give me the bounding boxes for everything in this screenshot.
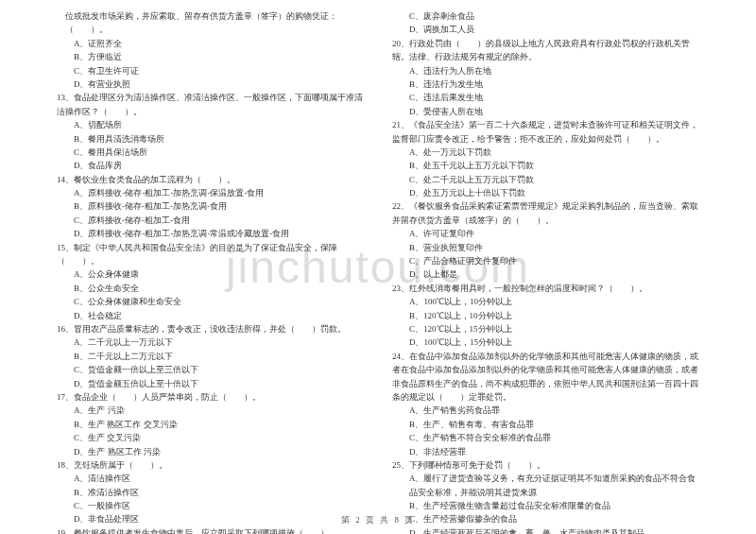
- q17-opt-a: A、生产 污染: [74, 404, 364, 417]
- q19-stem: 19、餐饮服务提供者发生食物中毒后，应立即采取下列哪项措施（ ）。: [57, 526, 364, 534]
- q24-stem: 24、在食品中添加食品添加剂以外的化学物质和其他可能危害人体健康的物质，或者在食…: [392, 350, 699, 405]
- q20-opt-d: D、受侵害人所在地: [409, 105, 699, 118]
- q23-opt-a: A、100℃以上，10分钟以上: [409, 295, 699, 308]
- q13-opt-a: A、切配场所: [74, 118, 364, 131]
- q14-opt-a: A、原料接收-储存-粗加工-加热烹调-保温放置-食用: [74, 186, 364, 199]
- q24-opt-c: C、生产销售不符合安全标准的食品罪: [409, 431, 699, 444]
- q18-opt-d: D、非食品处理区: [74, 512, 364, 525]
- q22-opt-a: A、许可证复印件: [409, 227, 699, 240]
- q21-opt-c: C、处二千元以上五万元以下罚款: [409, 173, 699, 186]
- right-column: C、废弃剩余食品 D、调换加工人员 20、行政处罚由（ ）的县级以上地方人民政府…: [392, 9, 699, 534]
- q25-opt-a: A、履行了进货查验等义务，有充分证据证明其不知道所采购的食品不符合食品安全标准，…: [409, 472, 699, 499]
- q20-stem: 20、行政处罚由（ ）的县级以上地方人民政府具有行政处罚权的行政机关管辖。法律、…: [392, 37, 699, 64]
- q13-opt-c: C、餐用具保洁场所: [74, 146, 364, 159]
- q12-opt-c: C、有卫生许可证: [74, 64, 364, 78]
- q16-opt-a: A、二千元以上一万元以下: [74, 336, 364, 349]
- q21-opt-d: D、处五万元以上十倍以下罚款: [409, 186, 699, 199]
- q15-opt-b: B、公众生命安全: [74, 282, 364, 295]
- q12-opt-a: A、证照齐全: [74, 37, 364, 50]
- q14-opt-c: C、原料接收-储存-粗加工-食用: [74, 214, 364, 227]
- q21-stem: 21、《食品安全法》第一百二十六条规定，进货时未查验许可证和相关证明文件，监督部…: [392, 118, 699, 146]
- q25-stem: 25、下列哪种情形可免于处罚（ ）。: [392, 458, 699, 472]
- q12-opt-b: B、方便临近: [74, 50, 364, 63]
- q17-stem: 17、食品企业（ ）人员严禁串岗，防止（ ）。: [57, 390, 364, 404]
- q12-tail: 位或批发市场采购，并应索取、留存有供货方盖章（签字）的购物凭证：（ ）。: [65, 9, 364, 37]
- q21-opt-b: B、处五千元以上五万元以下罚款: [409, 159, 699, 172]
- q14-opt-b: B、原料接收-储存-粗加工-加热烹调-食用: [74, 199, 364, 213]
- q14-stem: 14、餐饮业生食类食品的加工流程为（ ）。: [57, 173, 364, 186]
- q15-stem: 15、制定《中华人民共和国食品安全法》的目的是为了保证食品安全，保障（ ）。: [57, 241, 364, 268]
- q16-opt-b: B、二千元以上二万元以下: [74, 350, 364, 363]
- q22-stem: 22、《餐饮服务食品采购索证索票管理规定》规定采购乳制品的，应当查验、索取并留存…: [392, 199, 699, 227]
- q25-opt-c: C、生产经营掺假掺杂的食品: [409, 512, 699, 525]
- q17-opt-d: D、生产 熟区工作 污染: [74, 445, 364, 458]
- q14-opt-d: D、原料接收-储存-粗加工-加热烹调-常温或冷藏放置-食用: [74, 227, 364, 240]
- q19-opt-c: C、废弃剩余食品: [409, 9, 699, 23]
- q25-opt-d: D、生产经营死死后不明的禽、畜、兽、水产动物肉类及其制品: [409, 526, 699, 534]
- q18-opt-c: C、一般操作区: [74, 499, 364, 512]
- q15-opt-c: C、公众身体健康和生命安全: [74, 295, 364, 308]
- q13-stem: 13、食品处理区分为清洁操作区、准清洁操作区、一般操作区，下面哪项属于准清洁操作…: [57, 91, 364, 118]
- q17-opt-b: B、生产 熟区工作 交叉污染: [74, 418, 364, 431]
- q18-opt-b: B、准清洁操作区: [74, 486, 364, 499]
- q18-stem: 18、烹饪场所属于（ ）。: [57, 458, 364, 472]
- q24-opt-b: B、生产、销售有毒、有害食品罪: [409, 418, 699, 431]
- q23-opt-b: B、120℃以上，10分钟以上: [409, 309, 699, 322]
- q18-opt-a: A、清洁操作区: [74, 472, 364, 485]
- q15-opt-d: D、社会稳定: [74, 309, 364, 322]
- q20-opt-c: C、违法后果发生地: [409, 91, 699, 104]
- q13-opt-b: B、餐用具清洗消毒场所: [74, 132, 364, 146]
- q22-opt-c: C、产品合格证明文件复印件: [409, 254, 699, 267]
- q22-opt-d: D、以上都是: [409, 267, 699, 281]
- q12-opt-d: D、有营业执照: [74, 78, 364, 91]
- q20-opt-b: B、违法行为发生地: [409, 78, 699, 91]
- q25-opt-b: B、生产经营微生物含量超过食品安全标准限量的食品: [409, 499, 699, 512]
- q23-stem: 23、红外线消毒餐用具时，一般控制怎样的温度和时间？（ ）。: [392, 282, 699, 295]
- q21-opt-a: A、处一万元以下罚款: [409, 146, 699, 159]
- q19-opt-d: D、调换加工人员: [409, 23, 699, 36]
- q23-opt-d: D、100℃以上，15分钟以上: [409, 336, 699, 349]
- q17-opt-c: C、生产 交叉污染: [74, 431, 364, 444]
- left-column: 位或批发市场采购，并应索取、留存有供货方盖章（签字）的购物凭证：（ ）。 A、证…: [57, 9, 364, 534]
- q16-stem: 16、冒用农产品质量标志的，责令改正，没收违法所得，并处（ ）罚款。: [57, 322, 364, 336]
- q16-opt-d: D、货值金额五倍以上至十倍以下: [74, 377, 364, 390]
- q22-opt-b: B、营业执照复印件: [409, 241, 699, 254]
- q23-opt-c: C、120℃以上，15分钟以上: [409, 322, 699, 336]
- page-content: 位或批发市场采购，并应索取、留存有供货方盖章（签字）的购物凭证：（ ）。 A、证…: [0, 0, 756, 534]
- q15-opt-a: A、公众身体健康: [74, 267, 364, 281]
- q20-opt-a: A、违法行为人所在地: [409, 64, 699, 78]
- q24-opt-a: A、生产销售劣药食品罪: [409, 404, 699, 417]
- q16-opt-c: C、货值金额一倍以上至三倍以下: [74, 363, 364, 376]
- q13-opt-d: D、食品库房: [74, 159, 364, 172]
- q24-opt-d: D、非法经营罪: [409, 445, 699, 458]
